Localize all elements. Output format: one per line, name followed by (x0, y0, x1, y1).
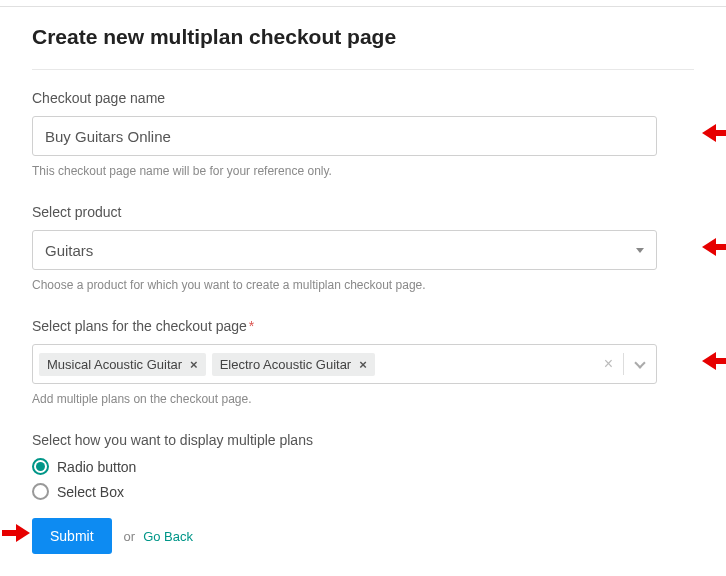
plan-tag-label: Musical Acoustic Guitar (47, 357, 182, 372)
chevron-down-icon (634, 357, 645, 368)
plans-multiselect[interactable]: Musical Acoustic Guitar×Electro Acoustic… (32, 344, 657, 384)
actions-row: Submit or Go Back (32, 518, 694, 554)
checkout-name-group: Checkout page name This checkout page na… (32, 90, 694, 178)
product-group: Select product Guitars Choose a product … (32, 204, 694, 292)
callout-arrow-icon (2, 524, 30, 542)
radio-label: Select Box (57, 484, 124, 500)
caret-down-icon (636, 248, 644, 253)
radio-label: Radio button (57, 459, 136, 475)
plans-group: Select plans for the checkout page* Musi… (32, 318, 694, 406)
plans-label: Select plans for the checkout page* (32, 318, 694, 334)
plan-tag: Electro Acoustic Guitar× (212, 353, 375, 376)
clear-all-icon[interactable]: × (594, 355, 623, 373)
display-label: Select how you want to display multiple … (32, 432, 694, 448)
plans-helper: Add multiple plans on the checkout page. (32, 392, 694, 406)
submit-button[interactable]: Submit (32, 518, 112, 554)
checkout-name-helper: This checkout page name will be for your… (32, 164, 694, 178)
checkout-name-input[interactable] (32, 116, 657, 156)
plans-label-text: Select plans for the checkout page (32, 318, 247, 334)
page-title: Create new multiplan checkout page (32, 25, 694, 70)
product-helper: Choose a product for which you want to c… (32, 278, 694, 292)
radio-option[interactable]: Select Box (32, 483, 694, 500)
product-select[interactable]: Guitars (32, 230, 657, 270)
remove-tag-icon[interactable]: × (359, 357, 367, 372)
open-dropdown-button[interactable] (624, 362, 656, 367)
go-back-link[interactable]: Go Back (143, 529, 193, 544)
callout-arrow-icon (702, 238, 726, 256)
or-text: or (124, 529, 136, 544)
checkout-name-label: Checkout page name (32, 90, 694, 106)
display-group: Select how you want to display multiple … (32, 432, 694, 500)
radio-icon (32, 483, 49, 500)
radio-icon (32, 458, 49, 475)
remove-tag-icon[interactable]: × (190, 357, 198, 372)
product-selected-value: Guitars (45, 242, 636, 259)
product-label: Select product (32, 204, 694, 220)
required-star-icon: * (249, 318, 254, 334)
plan-tag-label: Electro Acoustic Guitar (220, 357, 352, 372)
callout-arrow-icon (702, 352, 726, 370)
radio-option[interactable]: Radio button (32, 458, 694, 475)
plan-tag: Musical Acoustic Guitar× (39, 353, 206, 376)
multiselect-controls: × (594, 345, 656, 383)
callout-arrow-icon (702, 124, 726, 142)
